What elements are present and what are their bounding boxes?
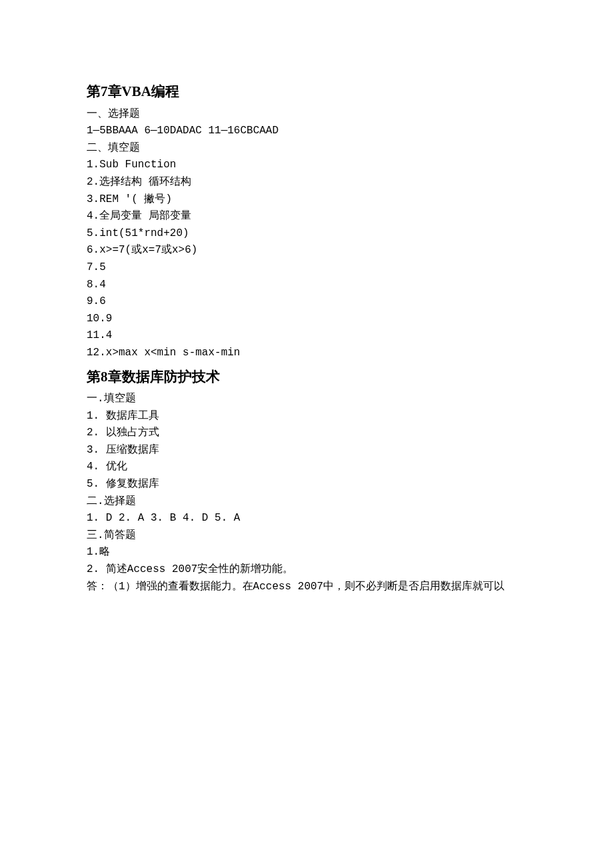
text-line: 3. 压缩数据库 (87, 442, 526, 459)
text-line: 4. 优化 (87, 459, 526, 476)
text-line: 2. 以独占方式 (87, 425, 526, 442)
text-line: 12.x>max x<min s-max-min (87, 345, 526, 362)
section-title: 三.简答题 (87, 527, 526, 545)
section-title: 一.填空题 (87, 391, 526, 408)
text-line: 9.6 (87, 293, 526, 311)
text-line: 6.x>=7(或x=7或x>6) (87, 242, 526, 259)
document-page: 第7章VBA编程 一、选择题 1—5BBAAA 6—10DADAC 11—16C… (0, 0, 613, 868)
text-line: 1. D 2. A 3. B 4. D 5. A (87, 510, 526, 527)
text-line: 8.4 (87, 277, 526, 294)
text-line: 1.Sub Function (87, 157, 526, 174)
text-line: 1—5BBAAA 6—10DADAC 11—16CBCAAD (87, 123, 526, 140)
section-title: 二、填空题 (87, 140, 526, 157)
text-line: 1.略 (87, 544, 526, 561)
text-line: 5.int(51*rnd+20) (87, 225, 526, 243)
text-line: 5. 修复数据库 (87, 476, 526, 493)
text-line: 11.4 (87, 327, 526, 345)
text-line: 答：（1）增强的查看数据能力。在Access 2007中，则不必判断是否启用数据… (87, 579, 526, 596)
text-line: 1. 数据库工具 (87, 408, 526, 425)
text-line: 2. 简述Access 2007安全性的新增功能。 (87, 561, 526, 579)
text-line: 3.REM '( 撇号) (87, 191, 526, 209)
chapter-8-heading: 第8章数据库防护技术 (87, 366, 526, 389)
chapter-7-heading: 第7章VBA编程 (87, 81, 526, 103)
text-line: 10.9 (87, 311, 526, 328)
text-line: 4.全局变量 局部变量 (87, 208, 526, 225)
section-title: 二.选择题 (87, 493, 526, 511)
text-line: 2.选择结构 循环结构 (87, 174, 526, 191)
section-title: 一、选择题 (87, 106, 526, 123)
text-line: 7.5 (87, 259, 526, 277)
